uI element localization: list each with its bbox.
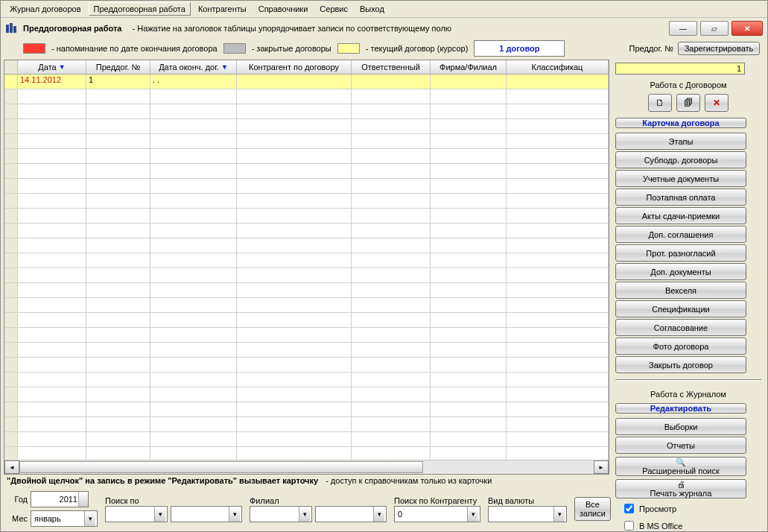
side-button[interactable]: Учетные документы: [615, 170, 746, 187]
delete-doc-button[interactable]: ✕: [705, 94, 729, 112]
table-row[interactable]: [4, 283, 609, 298]
contracts-grid[interactable]: Дата▼ Преддог. № Дата оконч. дог.▼ Контр…: [4, 60, 609, 475]
window-title: Преддоговорная работа: [23, 24, 121, 33]
table-row[interactable]: [4, 402, 609, 417]
col-agent[interactable]: Контрагент по договору: [237, 60, 352, 74]
table-row[interactable]: [4, 194, 609, 209]
table-row[interactable]: [4, 373, 609, 387]
side-button[interactable]: Прот. разногласий: [615, 244, 746, 262]
cell: [352, 134, 431, 148]
search-field-combo[interactable]: [105, 506, 168, 522]
search-label: Поиск по: [105, 496, 242, 505]
side-button[interactable]: Спецификации: [615, 300, 746, 317]
table-row[interactable]: [4, 149, 609, 164]
record-count: 1 договор: [474, 40, 565, 57]
table-row[interactable]: [4, 119, 609, 134]
side-button[interactable]: Поэтапная оплата: [615, 189, 746, 206]
table-row[interactable]: [4, 209, 609, 224]
menu-contragents[interactable]: Контрагенты: [194, 3, 251, 15]
agent-search-combo[interactable]: 0: [394, 506, 480, 522]
table-row[interactable]: [4, 253, 609, 268]
side-button[interactable]: Выборки: [615, 418, 746, 435]
menu-exit[interactable]: Выход: [355, 3, 389, 15]
all-records-button[interactable]: Все записи: [574, 497, 611, 521]
branch-value-combo[interactable]: [315, 506, 387, 522]
col-num[interactable]: Преддог. №: [86, 60, 150, 74]
print-journal-button[interactable]: 🖨 Печать журнала: [615, 479, 746, 498]
side-button[interactable]: Акты сдачи-приемки: [615, 207, 746, 224]
advanced-search-button[interactable]: 🔍 Расширенный поиск: [615, 457, 746, 476]
col-date[interactable]: Дата▼: [18, 60, 86, 74]
card-button[interactable]: Карточка договора: [615, 118, 746, 128]
table-row[interactable]: [4, 298, 609, 313]
table-row[interactable]: [4, 432, 609, 447]
side-button[interactable]: Согласование: [615, 319, 746, 336]
table-row[interactable]: [4, 104, 609, 119]
edit-button[interactable]: Редактировать: [615, 403, 746, 414]
copy-doc-button[interactable]: 🗐: [676, 94, 700, 112]
table-row[interactable]: [4, 134, 609, 149]
side-button[interactable]: Векселя: [615, 282, 746, 299]
table-row[interactable]: [4, 417, 609, 432]
maximize-button[interactable]: ▱: [700, 21, 729, 36]
table-row[interactable]: [4, 164, 609, 179]
cell: [431, 104, 507, 118]
col-enddate[interactable]: Дата оконч. дог.▼: [150, 60, 237, 74]
new-doc-button[interactable]: 🗋: [648, 94, 672, 112]
side-button[interactable]: Доп. документы: [615, 263, 746, 280]
grid-body[interactable]: 14.11.20121. .: [4, 75, 609, 460]
cell: [352, 313, 431, 327]
cell: [18, 104, 86, 118]
table-row[interactable]: [4, 387, 609, 402]
table-row[interactable]: [4, 343, 609, 358]
branch-combo[interactable]: [250, 506, 312, 522]
search-value-combo[interactable]: [171, 506, 242, 522]
cell: [18, 328, 86, 342]
table-row[interactable]: [4, 268, 609, 283]
close-button[interactable]: ✕: [731, 21, 763, 36]
table-row[interactable]: [4, 238, 609, 253]
legend-row: - напоминание по дате окончания договора…: [1, 39, 767, 60]
cell: [237, 89, 352, 104]
table-row[interactable]: [4, 224, 609, 238]
cell: [507, 253, 609, 267]
side-button[interactable]: Фото договора: [615, 338, 746, 355]
menu-refs[interactable]: Справочники: [254, 3, 313, 15]
month-combo[interactable]: январь: [31, 510, 98, 527]
scroll-left-icon[interactable]: ◄: [4, 460, 19, 474]
copy-icon: 🗐: [684, 98, 693, 108]
side-button[interactable]: Доп. соглашения: [615, 226, 746, 243]
table-row[interactable]: [4, 358, 609, 373]
side-button[interactable]: Субподр. договоры: [615, 151, 746, 168]
table-row[interactable]: [4, 328, 609, 343]
side-button[interactable]: Закрыть договор: [615, 356, 746, 373]
menu-journal[interactable]: Журнал договоров: [5, 3, 86, 15]
table-row[interactable]: 14.11.20121. .: [4, 75, 609, 89]
scroll-right-icon[interactable]: ►: [594, 460, 609, 474]
preview-checkbox[interactable]: [624, 504, 634, 513]
preddog-number-field[interactable]: 1: [615, 63, 745, 75]
minimize-button[interactable]: —: [669, 21, 697, 36]
col-firm[interactable]: Фирма/Филиал: [431, 60, 507, 74]
table-row[interactable]: [4, 89, 609, 104]
menu-service[interactable]: Сервис: [315, 3, 352, 15]
table-row[interactable]: [4, 313, 609, 328]
cell: 14.11.2012: [18, 75, 86, 89]
table-row[interactable]: [4, 179, 609, 194]
menu-preddog[interactable]: Преддоговорная работа: [89, 2, 191, 16]
col-class[interactable]: Классификац: [507, 60, 609, 74]
msoffice-checkbox[interactable]: [624, 521, 634, 531]
cell: [352, 119, 431, 133]
currency-combo[interactable]: [488, 506, 567, 522]
scroll-thumb[interactable]: [19, 461, 423, 473]
register-button[interactable]: Зарегистрировать: [678, 42, 760, 55]
tip-sub: - доступ к справочникам только из карточ…: [326, 476, 492, 485]
col-resp[interactable]: Ответственный: [352, 60, 431, 74]
cell: [237, 224, 352, 238]
table-row[interactable]: [4, 447, 609, 460]
cell: [352, 328, 431, 342]
side-button[interactable]: Отчеты: [615, 437, 746, 454]
year-spinner[interactable]: 2011: [31, 491, 89, 507]
horizontal-scrollbar[interactable]: ◄ ►: [4, 460, 609, 474]
side-button[interactable]: Этапы: [615, 133, 746, 150]
